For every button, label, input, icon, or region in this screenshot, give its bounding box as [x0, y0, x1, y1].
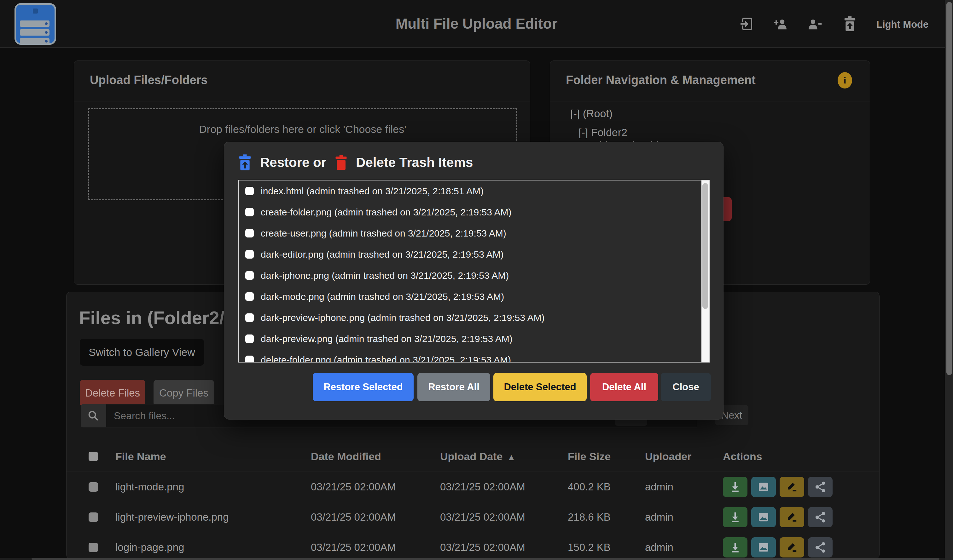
- row-checkbox[interactable]: [88, 543, 98, 552]
- upload-date: 03/21/25 02:00AM: [440, 481, 525, 493]
- page-scrollbar-horizontal[interactable]: [0, 558, 945, 560]
- item-checkbox[interactable]: [245, 334, 254, 343]
- download-icon[interactable]: [723, 477, 747, 497]
- scrollbar-thumb[interactable]: [946, 2, 952, 375]
- trash-list-item[interactable]: create-folder.png (admin trashed on 3/21…: [239, 201, 709, 223]
- edit-icon[interactable]: [780, 537, 804, 557]
- col-uploader[interactable]: Uploader: [645, 450, 691, 463]
- image-icon[interactable]: [751, 537, 776, 557]
- trash-list-item[interactable]: dark-preview.png (admin trashed on 3/21/…: [239, 328, 709, 349]
- image-icon[interactable]: [751, 507, 776, 527]
- delete-trash-icon: [334, 154, 348, 171]
- col-upload-date[interactable]: Upload Date▲: [440, 450, 516, 463]
- file-name: light-mode.png: [115, 481, 184, 493]
- table-row: light-mode.png 03/21/25 02:00AM 03/21/25…: [67, 472, 879, 502]
- col-file-name[interactable]: File Name: [115, 450, 166, 463]
- page-root: Multi File Upload Editor: [0, 0, 953, 560]
- remove-user-icon[interactable]: [807, 16, 822, 31]
- info-icon[interactable]: i: [838, 72, 852, 88]
- tree-item-folder2[interactable]: [-] Folder2: [579, 126, 627, 139]
- item-label: dark-iphone.png (admin trashed on 3/21/2…: [261, 270, 509, 281]
- login-icon[interactable]: [739, 16, 754, 31]
- trash-restore-icon[interactable]: [842, 16, 857, 31]
- item-checkbox[interactable]: [245, 229, 254, 237]
- item-checkbox[interactable]: [245, 208, 254, 217]
- restore-all-button[interactable]: Restore All: [418, 373, 490, 401]
- uploader: admin: [645, 511, 674, 523]
- trash-list-item[interactable]: dark-mode.png (admin trashed on 3/21/202…: [239, 286, 709, 307]
- restore-selected-button[interactable]: Restore Selected: [313, 373, 414, 401]
- item-label: dark-preview-iphone.png (admin trashed o…: [261, 312, 545, 323]
- page-title: Multi File Upload Editor: [396, 15, 558, 32]
- trash-modal: Restore or Delete Trash Items index.html…: [224, 142, 723, 419]
- delete-files-button[interactable]: Delete Files: [80, 380, 145, 406]
- item-label: index.html (admin trashed on 3/21/2025, …: [261, 186, 484, 196]
- table-header: File Name Date Modified Upload Date▲ Fil…: [67, 441, 879, 472]
- upload-date: 03/21/25 02:00AM: [440, 511, 525, 523]
- edit-icon[interactable]: [780, 477, 804, 497]
- tree-item-root[interactable]: [-] (Root): [570, 107, 613, 120]
- download-icon[interactable]: [723, 537, 747, 557]
- upload-panel-title: Upload Files/Folders: [90, 73, 208, 87]
- file-size: 218.6 KB: [568, 511, 611, 523]
- logo-bar: [20, 29, 50, 36]
- add-user-icon[interactable]: [773, 16, 788, 31]
- modal-list-scrollbar[interactable]: [702, 181, 709, 362]
- trash-list-item[interactable]: dark-preview-iphone.png (admin trashed o…: [239, 307, 709, 328]
- scrollbar-thumb[interactable]: [31, 558, 939, 560]
- select-all-checkbox[interactable]: [88, 452, 98, 461]
- trash-list-item[interactable]: create-user.png (admin trashed on 3/21/2…: [239, 223, 709, 244]
- col-upload-date-label: Upload Date: [440, 450, 503, 463]
- col-actions: Actions: [723, 450, 762, 463]
- item-checkbox[interactable]: [245, 356, 254, 362]
- delete-all-button[interactable]: Delete All: [590, 373, 658, 401]
- date-modified: 03/21/25 02:00AM: [311, 481, 396, 493]
- row-checkbox[interactable]: [88, 512, 98, 522]
- item-label: create-folder.png (admin trashed on 3/21…: [261, 207, 512, 218]
- table-row: light-preview-iphone.png 03/21/25 02:00A…: [67, 502, 879, 532]
- sort-asc-icon: ▲: [507, 452, 516, 462]
- search-icon: [81, 404, 106, 427]
- delete-selected-button[interactable]: Delete Selected: [494, 373, 587, 401]
- trash-list-item[interactable]: dark-editor.png (admin trashed on 3/21/2…: [239, 244, 709, 265]
- trash-items-list: index.html (admin trashed on 3/21/2025, …: [238, 180, 709, 362]
- row-checkbox[interactable]: [88, 482, 98, 492]
- folder-panel-title: Folder Navigation & Management: [566, 73, 756, 87]
- files-section-title: Files in (Folder2/: [79, 307, 225, 328]
- copy-files-button[interactable]: Copy Files: [154, 380, 214, 406]
- download-icon[interactable]: [723, 507, 747, 527]
- trash-list-item[interactable]: dark-iphone.png (admin trashed on 3/21/2…: [239, 265, 709, 286]
- share-icon[interactable]: [808, 507, 833, 527]
- item-label: dark-editor.png (admin trashed on 3/21/2…: [261, 249, 504, 260]
- page-scrollbar-vertical[interactable]: [945, 0, 953, 560]
- switch-gallery-view-button[interactable]: Switch to Gallery View: [80, 339, 204, 366]
- close-button[interactable]: Close: [661, 373, 711, 401]
- item-checkbox[interactable]: [245, 271, 254, 280]
- share-icon[interactable]: [808, 537, 833, 557]
- uploader: admin: [645, 481, 674, 493]
- trash-list-item[interactable]: index.html (admin trashed on 3/21/2025, …: [239, 181, 709, 201]
- uploader: admin: [645, 541, 674, 553]
- item-checkbox[interactable]: [245, 292, 254, 301]
- col-date-modified[interactable]: Date Modified: [311, 450, 381, 463]
- dropzone-label: Drop files/folders here or click 'Choose…: [89, 123, 516, 135]
- share-icon[interactable]: [808, 477, 833, 497]
- item-checkbox[interactable]: [245, 187, 254, 195]
- logo-square: [33, 9, 38, 14]
- item-checkbox[interactable]: [245, 250, 254, 258]
- date-modified: 03/21/25 02:00AM: [311, 511, 396, 523]
- trash-list-item[interactable]: delete-folder.png (admin trashed on 3/21…: [239, 349, 709, 362]
- scrollbar-thumb[interactable]: [702, 183, 708, 309]
- edit-icon[interactable]: [780, 507, 804, 527]
- light-mode-toggle[interactable]: Light Mode: [876, 19, 928, 30]
- date-modified: 03/21/25 02:00AM: [311, 541, 396, 553]
- item-label: dark-preview.png (admin trashed on 3/21/…: [261, 334, 512, 344]
- item-label: create-user.png (admin trashed on 3/21/2…: [261, 228, 506, 239]
- app-header: Multi File Upload Editor: [0, 0, 953, 48]
- file-size: 150.2 KB: [568, 541, 611, 553]
- image-icon[interactable]: [751, 477, 776, 497]
- item-label: delete-folder.png (admin trashed on 3/21…: [261, 355, 511, 363]
- col-file-size[interactable]: File Size: [568, 450, 611, 463]
- item-checkbox[interactable]: [245, 313, 254, 322]
- file-name: light-preview-iphone.png: [115, 511, 229, 523]
